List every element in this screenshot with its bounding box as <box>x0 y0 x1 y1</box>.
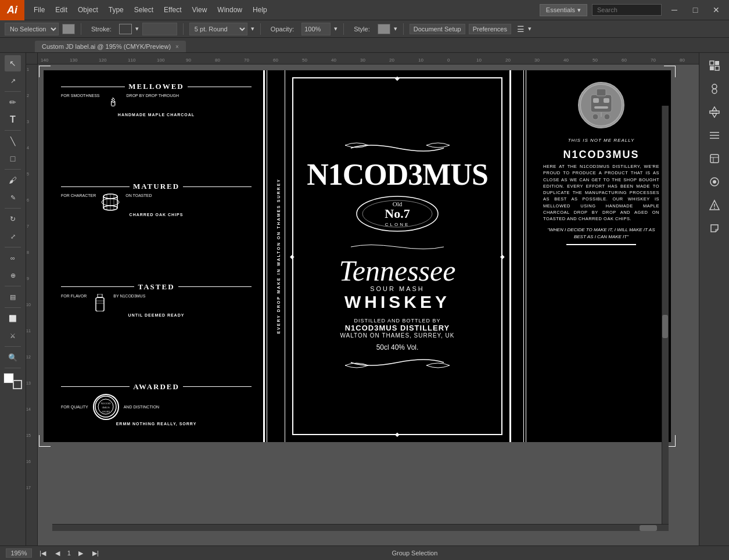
tool-divider-5 <box>5 247 21 247</box>
panel-icon-8[interactable] <box>704 218 725 239</box>
tool-divider-1 <box>5 91 21 92</box>
menu-type[interactable]: Type <box>104 3 128 16</box>
prev-button[interactable]: ◀ <box>53 550 62 557</box>
menu-view[interactable]: View <box>188 3 212 16</box>
prev-page-button[interactable]: |◀ <box>38 550 48 557</box>
tagline-container: THIS IS NOT ME REALLY <box>565 138 638 143</box>
tasted-desc: UNTIL DEEMED READY <box>61 313 252 317</box>
maximize-button[interactable]: □ <box>687 0 703 20</box>
symbol-tool[interactable]: ⊕ <box>5 267 21 283</box>
direct-selection-tool[interactable]: ↗ <box>5 73 21 89</box>
label-center: ◆ ◆ ◆ ◆ <box>285 70 511 442</box>
panel-icon-6[interactable] <box>704 171 725 192</box>
right-brand-name: N1COD3MUS <box>563 149 639 161</box>
vertical-ruler: 1 2 3 4 5 6 7 8 9 10 11 12 13 14 15 16 1… <box>26 64 38 545</box>
selection-tool[interactable]: ↖ <box>5 55 21 71</box>
stroke-style-dropdown[interactable]: 5 pt. Round <box>189 23 247 35</box>
document-tab[interactable]: Custom JD label.ai @ 195% (CMYK/Preview)… <box>35 41 186 52</box>
rotate-tool[interactable]: ↻ <box>5 211 21 227</box>
menu-effect[interactable]: Effect <box>159 3 186 16</box>
search-input[interactable] <box>592 4 662 16</box>
style-swatch[interactable] <box>378 24 390 34</box>
menu-select[interactable]: Select <box>130 3 158 16</box>
pencil-tool[interactable]: ✎ <box>5 189 21 206</box>
vertical-scrollbar[interactable] <box>662 106 669 524</box>
style-label: Style: <box>350 24 374 34</box>
scrollbar-thumb-v[interactable] <box>662 315 668 338</box>
scrollbar-thumb-h[interactable] <box>640 525 657 531</box>
svg-rect-31 <box>715 61 719 65</box>
canvas-area[interactable]: 140 130 120 110 100 90 80 70 60 50 40 30… <box>26 53 699 545</box>
panel-icon-2[interactable] <box>704 78 725 99</box>
zoom-input[interactable]: 195% <box>6 548 32 558</box>
paintbrush-tool[interactable]: 🖌 <box>5 172 21 188</box>
close-button[interactable]: ✕ <box>708 0 724 20</box>
zoom-tool[interactable]: 🔍 <box>5 349 21 365</box>
shape-tool[interactable]: □ <box>5 150 21 167</box>
matured-row: FOR CHARACTER <box>61 193 252 211</box>
candle-icon: 🕯 <box>105 94 122 111</box>
svg-marker-38 <box>712 113 717 117</box>
menu-items: File Edit Object Type Select Effect View… <box>24 3 276 16</box>
scale-tool[interactable]: ⤢ <box>5 228 21 245</box>
tool-divider-4 <box>5 208 21 209</box>
bottom-scroll-ornament <box>339 354 455 374</box>
svg-text:AWARD: AWARD <box>102 410 110 413</box>
right-separator <box>523 70 532 442</box>
opacity-input[interactable] <box>301 23 331 35</box>
stroke-input[interactable] <box>142 23 177 35</box>
panel-icon-3[interactable] <box>704 102 725 123</box>
mellowed-drop: DROP BY DROP THROUGH <box>127 94 179 98</box>
slice-tool[interactable]: ⚔ <box>5 328 21 344</box>
tab-close-button[interactable]: × <box>175 44 179 50</box>
horizontal-scrollbar[interactable] <box>52 524 669 531</box>
awarded-title: AWARDED <box>133 382 179 392</box>
svg-text:No.7: No.7 <box>385 206 410 221</box>
menu-help[interactable]: Help <box>248 3 272 16</box>
essentials-button[interactable]: Essentials ▾ <box>540 4 587 16</box>
blend-tool[interactable]: ∞ <box>5 250 21 266</box>
toolbar: No Selection Stroke: ▾ 5 pt. Round ▾ Opa… <box>0 20 729 38</box>
menu-object[interactable]: Object <box>73 3 103 16</box>
svg-point-34 <box>712 84 717 89</box>
preferences-button[interactable]: Preferences <box>469 24 511 34</box>
tool-divider-8 <box>5 346 21 347</box>
fill-swatch[interactable] <box>62 24 75 34</box>
next-page-button[interactable]: ▶| <box>91 550 100 557</box>
location-text: WALTON ON THAMES, SURREY, UK <box>340 332 455 339</box>
panel-icon-7[interactable] <box>704 195 725 216</box>
menu-file[interactable]: File <box>29 3 49 16</box>
document-setup-button[interactable]: Document Setup <box>410 24 465 34</box>
panel-options-icon[interactable]: ☰ <box>517 24 525 34</box>
center-content: N1COD3MUS Old No.7 CLONE <box>291 76 504 436</box>
fill-stroke-widget[interactable] <box>3 373 22 389</box>
selection-dropdown[interactable]: No Selection <box>5 23 59 35</box>
panel-icon-4[interactable] <box>704 125 725 146</box>
panel-arrow-icon[interactable]: ▾ <box>528 25 532 33</box>
graph-tool[interactable]: ▤ <box>5 289 21 305</box>
panel-icon-1[interactable] <box>704 55 725 76</box>
tasted-section: TASTED FOR FLAVOR <box>61 282 252 317</box>
stroke-swatch[interactable] <box>119 24 132 34</box>
top-scroll-ornament <box>339 139 455 159</box>
next-button[interactable]: ▶ <box>77 550 85 557</box>
pen-tool[interactable]: ✏ <box>5 94 21 110</box>
svg-point-29 <box>604 114 610 120</box>
menu-edit[interactable]: Edit <box>51 3 72 16</box>
artboard-tool[interactable]: ⬜ <box>5 310 21 326</box>
svg-rect-42 <box>710 155 719 163</box>
volume-text: 50cl 40% Vol. <box>376 343 419 351</box>
whiskey-text: WHISKEY <box>344 292 450 312</box>
divider2 <box>183 23 184 35</box>
line-tool[interactable]: ╲ <box>5 133 21 149</box>
tasted-for: FOR FLAVOR <box>61 294 87 298</box>
minimize-button[interactable]: ─ <box>666 0 683 20</box>
divider4 <box>343 23 344 35</box>
menu-window[interactable]: Window <box>213 3 247 16</box>
middle-scroll-ornament <box>339 241 455 255</box>
status-bar: 195% |◀ ◀ 1 ▶ ▶| Group Selection <box>0 545 729 560</box>
panel-icon-5[interactable] <box>704 148 725 169</box>
type-tool[interactable]: T <box>5 112 21 128</box>
canvas-document: MELLOWED FOR SMOOTHNESS 🕯 DROP BY DROP T… <box>44 70 671 442</box>
left-toolbar: ↖ ↗ ✏ T ╲ □ 🖌 ✎ ↻ ⤢ ∞ ⊕ ▤ ⬜ ⚔ 🔍 <box>0 53 26 545</box>
